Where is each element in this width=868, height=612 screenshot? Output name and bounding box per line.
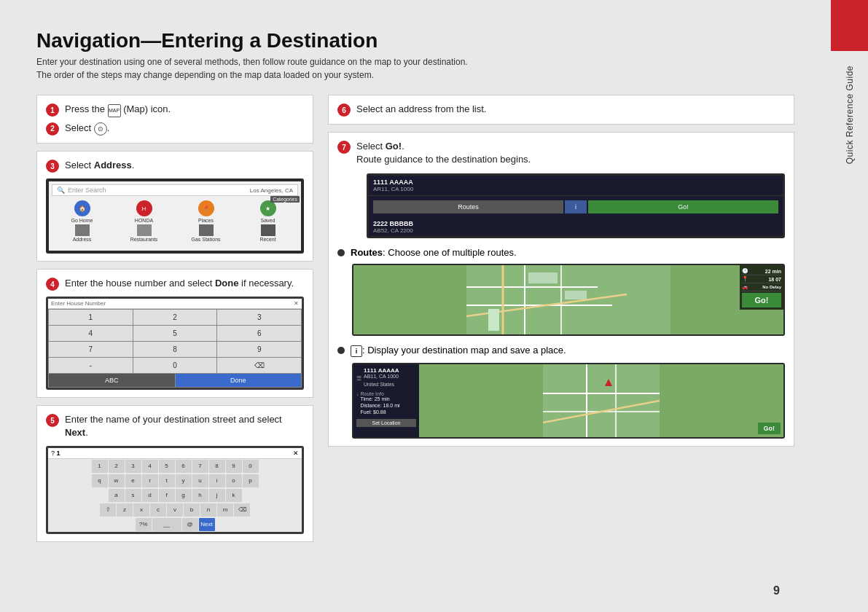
routes-addr-1: 1111 AAAAA <box>373 178 778 186</box>
done-button[interactable]: Done <box>176 374 302 387</box>
kbd-6[interactable]: 6 <box>176 460 192 473</box>
restaurants-item: Restaurants <box>114 224 174 242</box>
kbd-q[interactable]: q <box>92 474 108 487</box>
time-row-1: 🕐 22 min <box>742 267 781 275</box>
kbd-5[interactable]: 5 <box>159 460 175 473</box>
kbd-space[interactable]: __ <box>152 518 181 531</box>
kbd-w[interactable]: w <box>109 474 125 487</box>
kbd-inner: ? 1 ✕ 1 2 3 4 5 6 7 8 <box>48 448 302 532</box>
kbd-b[interactable]: b <box>184 503 200 517</box>
kbd-row-4: ⇧ z x c v b n m ⌫ <box>48 503 302 517</box>
key-8[interactable]: 8 <box>133 342 217 357</box>
key-9[interactable]: 9 <box>217 342 301 357</box>
kbd-a[interactable]: a <box>109 489 125 502</box>
delay-label: 🚗 <box>742 284 748 290</box>
key-dash[interactable]: - <box>49 358 133 373</box>
kbd-p[interactable]: p <box>243 474 259 487</box>
honda-icons-row1: 🏠 Go Home H HONDA 📍 Places <box>49 199 301 224</box>
dest-city: AB11, CA 1000 <box>364 374 399 379</box>
kbd-c[interactable]: c <box>150 503 166 517</box>
step-6: 6 Select an address from the list. <box>337 103 785 117</box>
address-item: Address <box>52 224 112 242</box>
svg-rect-9 <box>488 309 499 331</box>
dest-bg: ☰ 1111 AAAAA AB11, CA 1000 United States… <box>352 363 785 439</box>
kbd-s[interactable]: s <box>125 489 141 502</box>
key-2[interactable]: 2 <box>133 310 217 325</box>
kbd-row-5: ?% __ @ Next <box>48 517 302 532</box>
map-go-button[interactable]: Go! <box>742 293 781 307</box>
honda-screen-inner: 🔍 Enter Search Los Angeles, CA Categorie… <box>49 181 301 251</box>
kbd-9[interactable]: 9 <box>226 460 242 473</box>
kbd-7[interactable]: 7 <box>192 460 208 473</box>
set-location-button[interactable]: Set Location <box>356 419 416 427</box>
kbd-e[interactable]: e <box>125 474 141 487</box>
main-content: Navigation—Entering a Destination Enter … <box>0 0 831 612</box>
key-1[interactable]: 1 <box>49 310 133 325</box>
kbd-2[interactable]: 2 <box>109 460 125 473</box>
kbd-k[interactable]: k <box>226 489 242 502</box>
kbd-1[interactable]: 1 <box>92 460 108 473</box>
saved-label: Saved <box>238 218 298 223</box>
svg-rect-10 <box>543 364 660 437</box>
kbd-g[interactable]: g <box>176 489 192 502</box>
kbd-shift[interactable]: ⇧ <box>100 503 116 517</box>
kbd-n[interactable]: n <box>200 503 216 517</box>
dest-name: 1111 AAAAA <box>364 367 399 374</box>
kbd-h[interactable]: h <box>192 489 208 502</box>
screen-honda-bg: 🔍 Enter Search Los Angeles, CA Categorie… <box>46 178 304 254</box>
honda-menu-screen: 🔍 Enter Search Los Angeles, CA Categorie… <box>46 178 304 254</box>
key-0[interactable]: 0 <box>133 358 217 373</box>
map-overlay: 🕐 22 min 📍 18 07 🚗 No Delay <box>740 265 783 310</box>
kbd-close: ✕ <box>293 450 299 457</box>
dest-go-button[interactable]: Go! <box>758 423 781 434</box>
honda-bottom-row: Address Restaurants Gas Stations <box>49 224 301 242</box>
kbd-8[interactable]: 8 <box>209 460 225 473</box>
kbd-j[interactable]: j <box>209 489 225 502</box>
kbd-3[interactable]: 3 <box>125 460 141 473</box>
info-btn[interactable]: i <box>565 200 587 213</box>
delay-val: No Delay <box>762 285 781 289</box>
go-btn[interactable]: Go! <box>588 200 778 213</box>
restaurants-sq <box>137 224 152 236</box>
kbd-t[interactable]: t <box>159 474 175 487</box>
kbd-i[interactable]: i <box>209 474 225 487</box>
key-6[interactable]: 6 <box>217 326 301 341</box>
step-4-text: Enter the house number and select Done i… <box>65 277 294 290</box>
kbd-bksp2[interactable]: ⌫ <box>234 503 250 517</box>
numpad-grid: 1 2 3 4 5 6 7 8 9 - 0 ⌫ <box>48 309 302 374</box>
kbd-m[interactable]: m <box>217 503 233 517</box>
kbd-v[interactable]: v <box>167 503 183 517</box>
step-4: 4 Enter the house number and select Done… <box>46 277 304 291</box>
numpad-inner: Enter House Number ✕ 1 2 3 4 5 6 7 <box>48 299 302 388</box>
go-home-icon: 🏠 Go Home <box>52 200 112 223</box>
kbd-d[interactable]: d <box>142 489 158 502</box>
dest-inner: ☰ 1111 AAAAA AB11, CA 1000 United States… <box>353 364 783 437</box>
kbd-u[interactable]: u <box>192 474 208 487</box>
key-3[interactable]: 3 <box>217 310 301 325</box>
routes-btn[interactable]: Routes <box>373 200 563 213</box>
kbd-header: ? 1 ✕ <box>48 448 302 459</box>
kbd-special[interactable]: ?% <box>136 518 152 531</box>
kbd-o[interactable]: o <box>226 474 242 487</box>
dest-menu-icon: ☰ <box>356 375 361 382</box>
kbd-next[interactable]: Next <box>199 518 215 531</box>
kbd-y[interactable]: y <box>176 474 192 487</box>
key-7[interactable]: 7 <box>49 342 133 357</box>
kbd-4[interactable]: 4 <box>142 460 158 473</box>
key-backspace[interactable]: ⌫ <box>217 358 301 373</box>
kbd-r[interactable]: r <box>142 474 158 487</box>
key-4[interactable]: 4 <box>49 326 133 341</box>
destination-screen: ☰ 1111 AAAAA AB11, CA 1000 United States… <box>352 363 785 439</box>
kbd-x[interactable]: x <box>133 503 149 517</box>
kbd-f[interactable]: f <box>159 489 175 502</box>
sidebar-label: Quick Reference Guide <box>845 66 855 164</box>
step-3-text: Select Address. <box>65 159 134 172</box>
kbd-at[interactable]: @ <box>182 518 198 531</box>
numpad-bg: Enter House Number ✕ 1 2 3 4 5 6 7 <box>46 297 304 390</box>
kbd-0[interactable]: 0 <box>243 460 259 473</box>
kbd-z[interactable]: z <box>117 503 133 517</box>
abc-button[interactable]: ABC <box>49 374 175 387</box>
step-6-text: Select an address from the list. <box>356 103 486 116</box>
numpad-bottom: ABC Done <box>48 374 302 388</box>
key-5[interactable]: 5 <box>133 326 217 341</box>
